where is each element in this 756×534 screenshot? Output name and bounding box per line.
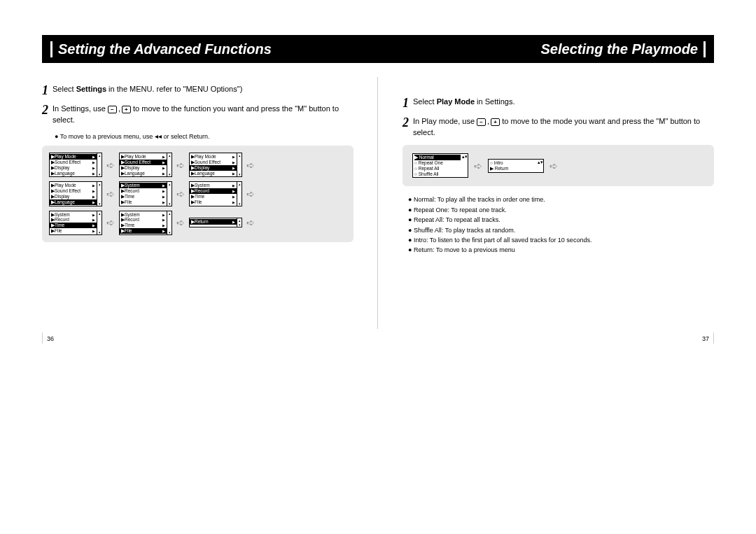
scrollbar-icon: ▴▾ bbox=[538, 160, 543, 172]
arrow-right-icon: ➪ bbox=[176, 188, 185, 199]
bullet-item: Return: To move to a previous menu bbox=[408, 245, 714, 255]
menu-screen: ▶Return ▴▾ bbox=[189, 218, 242, 227]
menu-screen: ▶System▶Record▶Time▶File▴▾ bbox=[189, 181, 242, 206]
step-number-2: 2 bbox=[42, 104, 48, 116]
arrow-right-icon: ➪ bbox=[246, 188, 255, 199]
menu-screen: ▶System▶Record▶Time▶File▴▾ bbox=[119, 211, 172, 235]
right-step-2: 2 In Play mode, use −,+ to move to the m… bbox=[402, 116, 714, 138]
arrow-right-icon: ➪ bbox=[474, 160, 482, 171]
plus-icon: + bbox=[491, 118, 500, 126]
right-column: 1 Select Play Mode in Settings. 2 In Pla… bbox=[402, 84, 714, 255]
scrollbar-icon: ▴▾ bbox=[237, 182, 241, 205]
right-screens-box: ▶ Normal○ Repeat One○ Repeat All○ Shuffl… bbox=[402, 145, 714, 186]
bullet-dot-icon bbox=[55, 133, 60, 140]
manual-page: Setting the Advanced Functions Selecting… bbox=[0, 0, 756, 255]
left-screens-box: ▶Play Mode▶Sound Effect▶Display▶Language… bbox=[42, 146, 354, 242]
bullet-item: Repeat All: To repeat all tracks. bbox=[408, 215, 714, 225]
arrow-right-icon: ➪ bbox=[246, 217, 255, 228]
step-2-text: In Play mode, use −,+ to move to the mod… bbox=[413, 116, 714, 138]
columns: 1 Select Settings in the MENU. refer to … bbox=[42, 84, 714, 255]
minus-icon: − bbox=[477, 118, 486, 126]
scrollbar-icon: ▴▾ bbox=[167, 182, 172, 205]
bullet-item: Intro: To listen to the first part of al… bbox=[408, 235, 714, 245]
plus-icon: + bbox=[122, 106, 131, 113]
step-2-text: In Settings, use −,+ to move to the func… bbox=[52, 104, 354, 125]
title-left: Setting the Advanced Functions bbox=[50, 41, 272, 57]
arrow-right-icon: ➪ bbox=[176, 217, 185, 228]
page-number-left: 36 bbox=[42, 332, 54, 344]
scrollbar-icon: ▴▾ bbox=[97, 182, 102, 205]
minus-icon: − bbox=[108, 106, 117, 113]
scrollbar-icon: ▴▾ bbox=[97, 211, 102, 234]
scrollbar-icon: ▴▾ bbox=[237, 153, 241, 176]
left-note: To move to a previous menu, use ◂◂ or se… bbox=[55, 132, 354, 140]
header-bar: Setting the Advanced Functions Selecting… bbox=[42, 35, 714, 63]
arrow-right-icon: ➪ bbox=[106, 160, 115, 171]
step-number-2: 2 bbox=[402, 116, 409, 129]
left-step-1: 1 Select Settings in the MENU. refer to … bbox=[42, 84, 354, 97]
playmode-bullets: Normal: To play all the tracks in order … bbox=[408, 195, 714, 255]
arrow-right-icon: ➪ bbox=[550, 160, 558, 171]
step-number-1: 1 bbox=[402, 97, 409, 109]
arrow-right-icon: ➪ bbox=[176, 160, 185, 171]
menu-screen: ▶Play Mode▶Sound Effect▶Display▶Language… bbox=[49, 181, 102, 206]
menu-screen: ▶Play Mode▶Sound Effect▶Display▶Language… bbox=[49, 153, 102, 177]
arrow-right-icon: ➪ bbox=[246, 160, 255, 171]
menu-screen: ▶System▶Record▶Time▶File▴▾ bbox=[49, 211, 102, 235]
arrow-right-icon: ➪ bbox=[106, 217, 115, 228]
menu-screen: ▶System▶Record▶Time▶File▴▾ bbox=[119, 181, 172, 206]
scrollbar-icon: ▴▾ bbox=[167, 211, 172, 234]
title-right: Selecting the Playmode bbox=[540, 41, 706, 57]
step-1-text: Select Play Mode in Settings. bbox=[413, 97, 515, 107]
scrollbar-icon: ▴▾ bbox=[97, 153, 102, 176]
playmode-screen-1: ▶ Normal○ Repeat One○ Repeat All○ Shuffl… bbox=[412, 153, 468, 178]
step-1-text: Select Settings in the MENU. refer to "M… bbox=[52, 84, 242, 94]
minus-plus-icons: −,+ bbox=[108, 104, 131, 114]
scrollbar-icon: ▴▾ bbox=[237, 218, 241, 227]
column-divider bbox=[377, 77, 378, 329]
playmode-screen-2: ○ Intro▶ Return ▴▾ bbox=[488, 159, 544, 173]
page-number-right: 37 bbox=[702, 332, 714, 344]
left-column: 1 Select Settings in the MENU. refer to … bbox=[42, 84, 354, 255]
bullet-item: Shuffle All: To play tracks at random. bbox=[408, 225, 714, 235]
bullet-item: Repeat One: To repeat one track. bbox=[408, 205, 714, 215]
minus-plus-icons: −,+ bbox=[477, 116, 500, 127]
scrollbar-icon: ▴▾ bbox=[167, 153, 172, 176]
scrollbar-icon: ▴▾ bbox=[462, 154, 468, 177]
step-number-1: 1 bbox=[42, 84, 48, 97]
left-step-2: 2 In Settings, use −,+ to move to the fu… bbox=[42, 104, 354, 125]
rewind-icon: ◂◂ bbox=[155, 132, 162, 140]
right-step-1: 1 Select Play Mode in Settings. bbox=[402, 97, 714, 109]
arrow-right-icon: ➪ bbox=[106, 188, 115, 199]
bullet-item: Normal: To play all the tracks in order … bbox=[408, 195, 714, 204]
menu-screen: ▶Play Mode▶Sound Effect▶Display▶Language… bbox=[189, 153, 242, 177]
menu-screen: ▶Play Mode▶Sound Effect▶Display▶Language… bbox=[119, 153, 172, 177]
